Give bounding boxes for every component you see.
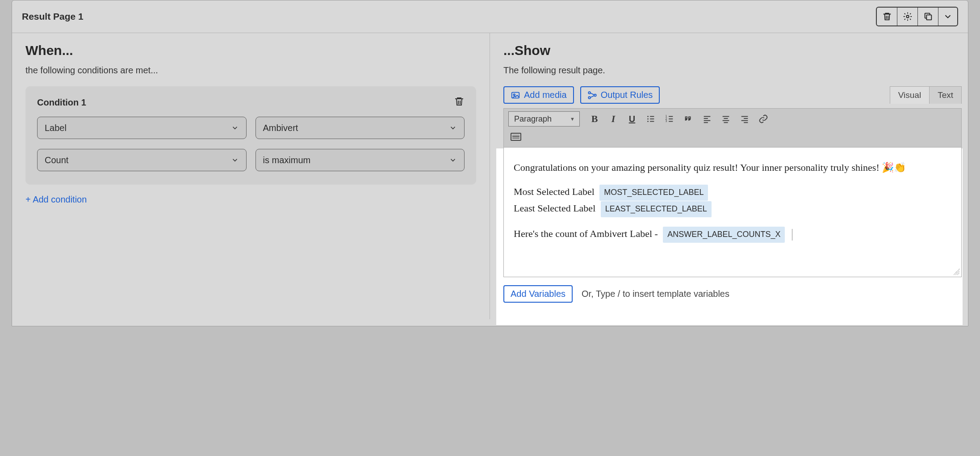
count-line-text: Here's the count of Ambivert Label -	[514, 228, 660, 239]
condition-field-value: Label	[45, 123, 67, 133]
svg-point-7	[647, 116, 649, 117]
add-condition-button[interactable]: + Add condition	[25, 194, 87, 205]
svg-point-5	[588, 97, 591, 99]
least-selected-label-text: Least Selected Label	[514, 203, 595, 214]
format-select[interactable]: Paragraph ▼	[508, 111, 580, 127]
condition-value-text: Ambivert	[263, 123, 298, 133]
numbered-list-button[interactable]: 123	[660, 111, 679, 127]
svg-point-0	[906, 15, 909, 18]
text-caret	[792, 229, 792, 241]
show-column: ...Show The following result page. Add m…	[490, 33, 968, 319]
variable-chip-count[interactable]: ANSWER_LABEL_COUNTS_X	[663, 227, 785, 243]
add-variables-label: Add Variables	[511, 289, 565, 299]
underline-button[interactable]: U	[623, 111, 641, 127]
align-center-button[interactable]	[716, 111, 735, 127]
svg-point-9	[647, 121, 649, 122]
panel-header: Result Page 1	[12, 0, 968, 33]
align-left-button[interactable]	[698, 111, 716, 127]
show-heading: ...Show	[503, 43, 962, 58]
condition-value-select[interactable]: Ambivert	[255, 117, 465, 139]
add-variables-button[interactable]: Add Variables	[503, 285, 573, 303]
tab-visual[interactable]: Visual	[890, 87, 930, 104]
condition-metric-select[interactable]: Count	[37, 149, 247, 171]
link-button[interactable]	[754, 111, 773, 127]
condition-operator-text: is maximum	[263, 155, 311, 165]
when-heading: When...	[25, 43, 476, 58]
tab-text[interactable]: Text	[930, 87, 961, 104]
output-rules-label: Output Rules	[601, 90, 653, 100]
delete-button[interactable]	[877, 8, 897, 25]
svg-rect-1	[926, 15, 931, 20]
add-media-label: Add media	[524, 90, 567, 100]
editor-paragraph: Congratulations on your amazing personal…	[514, 160, 951, 175]
condition-card: Condition 1 Label Ambivert	[25, 86, 476, 185]
condition-field-select[interactable]: Label	[37, 117, 247, 139]
variable-chip-most[interactable]: MOST_SELECTED_LABEL	[599, 185, 708, 201]
format-select-value: Paragraph	[514, 114, 552, 124]
bullet-list-button[interactable]	[641, 111, 660, 127]
svg-point-4	[588, 92, 591, 94]
editor-paragraph: Most Selected Label MOST_SELECTED_LABEL …	[514, 184, 951, 217]
editor-content[interactable]: Congratulations on your amazing personal…	[503, 148, 962, 277]
editor-paragraph: Here's the count of Ambivert Label - ANS…	[514, 226, 951, 243]
add-media-button[interactable]: Add media	[503, 86, 574, 104]
svg-point-6	[594, 94, 596, 96]
condition-operator-select[interactable]: is maximum	[255, 149, 465, 171]
svg-point-8	[647, 118, 649, 120]
insert-hint-text: Or, Type / to insert template variables	[582, 289, 729, 299]
align-right-button[interactable]	[735, 111, 754, 127]
keyboard-button[interactable]	[509, 129, 523, 144]
expand-button[interactable]	[938, 8, 957, 25]
delete-condition-button[interactable]	[454, 96, 465, 109]
condition-title: Condition 1	[37, 97, 86, 108]
condition-metric-text: Count	[45, 155, 68, 165]
most-selected-label-text: Most Selected Label	[514, 186, 595, 197]
italic-button[interactable]: I	[604, 111, 623, 127]
blockquote-button[interactable]	[679, 111, 698, 127]
settings-button[interactable]	[897, 8, 918, 25]
svg-point-3	[513, 94, 515, 96]
result-page-panel: Result Page 1 When... the fo	[12, 0, 968, 326]
when-subtitle: the following conditions are met...	[25, 65, 476, 76]
keyboard-icon	[511, 133, 521, 141]
header-actions	[876, 7, 958, 26]
resize-handle[interactable]	[953, 269, 959, 275]
panel-title: Result Page 1	[22, 11, 84, 22]
bold-button[interactable]: B	[585, 111, 604, 127]
when-column: When... the following conditions are met…	[12, 33, 490, 319]
chevron-down-icon: ▼	[570, 116, 575, 122]
variable-chip-least[interactable]: LEAST_SELECTED_LABEL	[601, 201, 712, 217]
editor-toolbar: Paragraph ▼ B I U 123	[503, 108, 962, 148]
output-rules-button[interactable]: Output Rules	[580, 86, 660, 104]
svg-text:3: 3	[666, 119, 667, 122]
editor-tabs: Visual Text	[890, 86, 962, 104]
show-subtitle: The following result page.	[503, 65, 962, 76]
duplicate-button[interactable]	[918, 8, 938, 25]
